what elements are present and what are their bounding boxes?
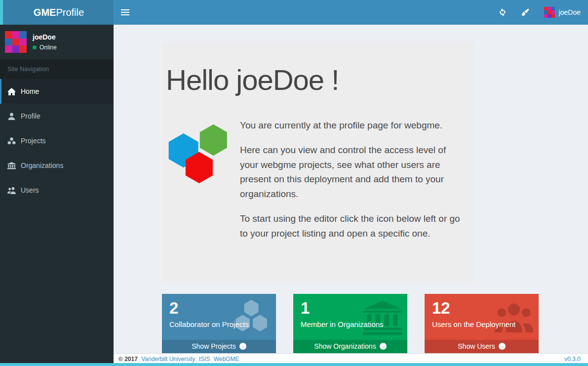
stat-action-label: Show Organizations	[314, 342, 376, 350]
stat-label: Member in Organizations	[301, 320, 401, 328]
copyright-text: © 2017 Vanderbilt University ISIS WebGME	[118, 356, 239, 363]
arrow-circle-right-icon: →	[499, 343, 506, 350]
users-icon	[7, 187, 16, 194]
sidebar-item-label: Users	[21, 186, 39, 194]
paragraph: To start using the editor click the icon…	[240, 211, 465, 241]
user-panel: joeDoe Online	[0, 25, 114, 59]
stat-box-projects: 2 Collaborator on Projects Show Projects…	[162, 294, 276, 353]
top-navbar: joeDoe	[114, 0, 588, 25]
stat-count: 1	[301, 299, 401, 318]
sidebar-item-users[interactable]: Users	[0, 178, 114, 203]
stat-box-users: 12 Users on the Deployment Show Users →	[425, 294, 539, 353]
app-window: GMEProfile	[0, 0, 588, 366]
brand-bold: GME	[34, 7, 56, 18]
user-menu-label: joeDoe	[559, 8, 581, 16]
sidebar: joeDoe Online Site Navigation Home Profi…	[0, 25, 114, 366]
user-status-label: Online	[39, 44, 57, 51]
isis-link[interactable]: ISIS	[199, 356, 210, 363]
stat-action-label: Show Users	[458, 342, 495, 350]
refresh-button[interactable]	[491, 0, 514, 25]
sidebar-item-label: Organizations	[21, 162, 63, 169]
webgme-logo	[166, 120, 230, 184]
sidebar-item-organizations[interactable]: Organizations	[0, 153, 114, 178]
stat-label: Collaborator on Projects	[169, 320, 270, 328]
stat-count: 12	[432, 299, 533, 318]
bank-icon	[7, 162, 16, 169]
webgme-link[interactable]: WebGME	[214, 356, 239, 363]
copyright-year: © 2017	[118, 356, 138, 363]
sidebar-item-projects[interactable]: Projects	[0, 128, 114, 153]
show-projects-link[interactable]: Show Projects →	[162, 340, 276, 353]
cubes-icon	[7, 137, 16, 145]
sidebar-item-label: Home	[21, 87, 39, 95]
sidebar-item-label: Profile	[21, 112, 40, 120]
user-status[interactable]: Online	[33, 44, 57, 51]
user-icon	[7, 113, 16, 120]
brand[interactable]: GMEProfile	[0, 0, 114, 25]
show-organizations-link[interactable]: Show Organizations →	[293, 340, 407, 353]
stat-action-label: Show Projects	[192, 342, 235, 350]
welcome-text: You are currently at the profile page fo…	[240, 118, 465, 251]
accent-edge	[0, 0, 3, 25]
main-content: Hello joeDoe ! You are currently at the …	[114, 25, 588, 366]
paragraph: You are currently at the profile page fo…	[240, 118, 465, 132]
sidebar-item-home[interactable]: Home	[0, 79, 114, 104]
paragraph: Here can you view and control the access…	[240, 143, 465, 201]
theme-brush-button[interactable]	[514, 0, 537, 25]
sidebar-user-name: joeDoe	[33, 33, 57, 41]
avatar	[5, 31, 27, 53]
hamburger-icon	[121, 12, 129, 13]
user-menu[interactable]: joeDoe	[537, 0, 588, 25]
arrow-circle-right-icon: →	[239, 343, 246, 350]
brand-rest: Profile	[56, 7, 84, 18]
sidebar-section-label: Site Navigation	[0, 59, 114, 79]
bottom-accent-strip	[0, 363, 588, 366]
stat-box-organizations: 1 Member in Organizations Show Organizat…	[293, 294, 407, 353]
sidebar-toggle-button[interactable]	[114, 0, 137, 25]
sidebar-item-label: Projects	[21, 137, 46, 145]
sidebar-item-profile[interactable]: Profile	[0, 104, 114, 128]
version-label: v0.3.0	[564, 356, 581, 363]
online-status-icon	[33, 45, 37, 49]
paintbrush-icon	[521, 8, 529, 16]
stat-boxes: 2 Collaborator on Projects Show Projects…	[162, 294, 539, 353]
greeting-heading: Hello joeDoe !	[166, 63, 465, 96]
refresh-icon	[499, 8, 507, 16]
show-users-link[interactable]: Show Users →	[425, 340, 539, 353]
arrow-circle-right-icon: →	[380, 343, 387, 350]
home-icon	[7, 88, 16, 95]
sidebar-menu: Home Profile Projects Organizations User…	[0, 79, 114, 203]
stat-count: 2	[169, 299, 270, 318]
stat-label: Users on the Deployment	[432, 320, 533, 328]
vanderbilt-link[interactable]: Vanderbilt University	[141, 356, 195, 363]
welcome-panel: Hello joeDoe ! You are currently at the …	[162, 41, 474, 283]
avatar	[544, 7, 555, 18]
